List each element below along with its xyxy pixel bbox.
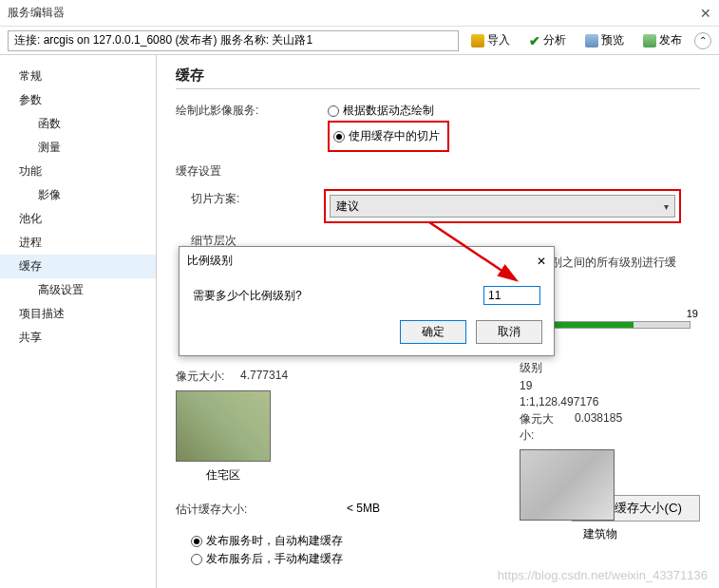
connection-field[interactable]: 连接: arcgis on 127.0.0.1_6080 (发布者) 服务名称:…: [8, 30, 459, 51]
toolbar: 连接: arcgis on 127.0.0.1_6080 (发布者) 服务名称:…: [0, 27, 719, 55]
close-icon[interactable]: ✕: [537, 255, 546, 268]
watermark: https://blog.csdn.net/weixin_43371136: [498, 568, 708, 582]
publish-label: 发布: [659, 32, 682, 48]
analyze-label: 分析: [543, 32, 566, 48]
max-level-value: 19: [520, 379, 532, 392]
close-icon[interactable]: ✕: [700, 6, 711, 21]
publish-icon: [643, 34, 656, 47]
radio-icon: [191, 536, 202, 547]
section-title: 缓存: [176, 66, 700, 89]
pixel-size-value-l: 4.777314: [240, 369, 288, 385]
import-label: 导入: [487, 32, 510, 48]
tile-scheme-select[interactable]: 建议 ▾: [330, 195, 675, 218]
sidebar-item-2[interactable]: 函数: [0, 112, 156, 136]
sidebar-item-8[interactable]: 缓存: [0, 255, 156, 278]
radio-manual-build[interactable]: 发布服务后，手动构建缓存: [191, 551, 700, 567]
sidebar: 常规参数函数测量功能影像池化进程缓存高级设置项目描述共享: [0, 55, 157, 588]
check-icon: ✔: [529, 34, 540, 47]
sidebar-item-6[interactable]: 池化: [0, 207, 156, 231]
max-scale-value: 1:1,128.497176: [520, 395, 598, 408]
sidebar-item-11[interactable]: 共享: [0, 326, 156, 350]
pixel-size-label-l: 像元大小:: [176, 369, 233, 385]
scale-levels-input[interactable]: [483, 286, 540, 305]
tile-scheme-value: 建议: [336, 199, 359, 215]
thumbnail-min: [176, 390, 271, 462]
import-icon: [471, 34, 484, 47]
cache-settings-label: 缓存设置: [176, 161, 328, 180]
analyze-button[interactable]: ✔ 分析: [522, 29, 573, 51]
pixel-size-label-r: 像元大小:: [520, 411, 567, 444]
sidebar-item-4[interactable]: 功能: [0, 160, 156, 183]
preview-label: 预览: [601, 32, 624, 48]
window-title: 服务编辑器: [8, 5, 65, 21]
thumbnail-max: [520, 449, 615, 521]
radio-icon: [328, 105, 339, 117]
thumb-caption-left: 住宅区: [176, 467, 271, 484]
sidebar-item-10[interactable]: 项目描述: [0, 302, 156, 326]
est-cache-size-label: 估计缓存大小:: [176, 500, 328, 518]
radio-icon: [191, 554, 202, 565]
est-cache-size-value: < 5MB: [347, 502, 442, 515]
radio-cached-label: 使用缓存中的切片: [349, 128, 440, 144]
preview-button[interactable]: 预览: [578, 29, 631, 51]
sidebar-item-3[interactable]: 测量: [0, 136, 156, 160]
cancel-button[interactable]: 取消: [476, 320, 542, 344]
scale-slider[interactable]: 1 19: [548, 321, 691, 329]
scale-levels-dialog: 比例级别 ✕ 需要多少个比例级别? 确定 取消: [179, 246, 555, 356]
radio-icon: [333, 131, 345, 142]
connection-text: 连接: arcgis on 127.0.0.1_6080 (发布者) 服务名称:…: [14, 32, 312, 48]
radio-cached-tiles[interactable]: 使用缓存中的切片: [333, 128, 440, 144]
dialog-title: 比例级别: [187, 253, 233, 269]
sidebar-item-9[interactable]: 高级设置: [0, 278, 156, 302]
collapse-button[interactable]: ⌃: [694, 32, 711, 49]
draw-service-label: 绘制此影像服务:: [176, 101, 328, 119]
import-button[interactable]: 导入: [464, 29, 517, 51]
dialog-body-label: 需要多少个比例级别?: [193, 288, 474, 304]
preview-icon: [585, 34, 598, 47]
tile-scheme-label: 切片方案:: [176, 189, 328, 207]
radio-dynamic-label: 根据数据动态绘制: [343, 103, 434, 119]
chevron-down-icon: ▾: [664, 201, 669, 212]
thumb-caption-right: 建筑物: [520, 526, 681, 542]
pixel-size-value-r: 0.038185: [575, 411, 622, 444]
ok-button[interactable]: 确定: [400, 320, 466, 344]
sidebar-item-1[interactable]: 参数: [0, 88, 156, 112]
radio-dynamic[interactable]: 根据数据动态绘制: [328, 103, 700, 119]
sidebar-item-0[interactable]: 常规: [0, 65, 156, 88]
sidebar-item-7[interactable]: 进程: [0, 231, 156, 255]
radio-manual-build-label: 发布服务后，手动构建缓存: [206, 551, 343, 567]
sidebar-item-5[interactable]: 影像: [0, 183, 156, 207]
max-level-label: 级别: [520, 360, 567, 376]
chevron-up-icon: ⌃: [699, 35, 707, 46]
publish-button[interactable]: 发布: [636, 29, 689, 51]
radio-auto-build-label: 发布服务时，自动构建缓存: [206, 533, 343, 549]
max-scale-info: 级别 19 1:1,128.497176 像元大小: 0.038185 建筑物: [520, 357, 681, 542]
slider-max: 19: [687, 308, 698, 319]
